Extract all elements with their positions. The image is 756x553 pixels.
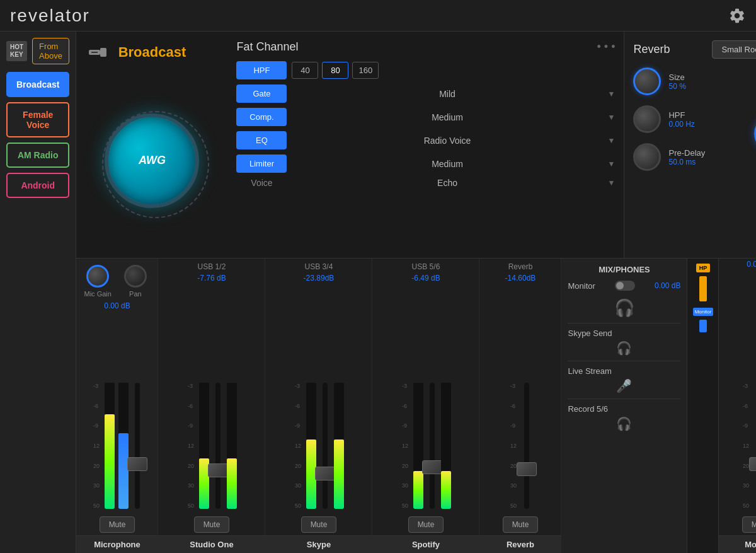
reverb-predelay-value: 50.0 ms bbox=[668, 158, 705, 166]
mic-level-meter bbox=[105, 383, 115, 509]
reverb-section: Reverb Small Room Medium Room Large Room… bbox=[624, 32, 756, 258]
pan-control: Pan bbox=[124, 265, 147, 298]
monitor-toggle[interactable] bbox=[615, 281, 635, 291]
more-options-button[interactable]: • • • bbox=[597, 40, 616, 54]
fat-channel-title: Fat Channel bbox=[236, 40, 298, 54]
usb56-db: -6.49 dB bbox=[372, 272, 479, 284]
live-stream-row: Live Stream 🎤 bbox=[568, 366, 680, 393]
usb56-meter-l bbox=[413, 383, 423, 509]
mix-phones-title: MIX/PHONES bbox=[568, 265, 680, 274]
reverb-size-info: Size 50 % bbox=[668, 73, 685, 91]
reverb-preset-dropdown[interactable]: Small Room Medium Room Large Room bbox=[712, 40, 756, 59]
voice-chevron[interactable]: ▼ bbox=[608, 178, 616, 187]
usb12-fader-thumb[interactable] bbox=[208, 463, 228, 477]
gate-chevron[interactable]: ▼ bbox=[608, 90, 616, 98]
mic-fader-thumb[interactable] bbox=[127, 457, 147, 471]
usb34-label: USB 3/4 bbox=[265, 259, 372, 272]
monitor-channel: 0.00 dB -3 -6 -9 12 20 30 50 bbox=[719, 259, 756, 553]
monitor-mute-button[interactable]: Mute bbox=[742, 516, 756, 533]
usb56-fill-r bbox=[441, 471, 451, 509]
microphone-channel-name: Microphone bbox=[76, 535, 158, 553]
usb56-channel: USB 5/6 -6.49 dB -3 -6 -9 12 20 30 50 bbox=[372, 259, 479, 553]
limiter-chevron[interactable]: ▼ bbox=[608, 160, 616, 168]
usb12-label: USB 1/2 bbox=[158, 259, 265, 272]
mic-gain-label: Mic Gain bbox=[84, 290, 111, 298]
usb34-fill-r bbox=[334, 439, 344, 509]
eq-chevron[interactable]: ▼ bbox=[608, 136, 616, 145]
reverb-hpf-value: 0.00 Hz bbox=[668, 120, 694, 129]
divider-3 bbox=[568, 399, 680, 399]
hotkey-badge: HOTKEY bbox=[6, 41, 27, 61]
reverb-tick-marks: -3 -6 -9 12 20 30 50 bbox=[509, 383, 518, 509]
reverb-hpf-col: HPF 0.00 Hz Pre-Delay 50.0 ms bbox=[633, 105, 744, 181]
voice-label: Voice bbox=[236, 178, 287, 188]
monitor-fader-thumb[interactable] bbox=[749, 457, 756, 471]
app-title: revelator bbox=[10, 6, 728, 26]
mic-gain-knob[interactable] bbox=[86, 265, 109, 288]
mixer-section: Mic Gain Pan 0.00 dB -3 -6 -9 12 20 bbox=[76, 259, 756, 553]
usb34-fader-track bbox=[323, 383, 328, 509]
usb56-fader-track bbox=[430, 383, 435, 509]
usb34-channel: USB 3/4 -23.89dB -3 -6 -9 12 20 30 50 bbox=[265, 259, 372, 553]
svg-rect-1 bbox=[100, 48, 106, 57]
reverb-hpf-info: HPF 0.00 Hz bbox=[668, 110, 694, 129]
usb34-fader-thumb[interactable] bbox=[315, 467, 335, 480]
reverb-fader-thumb[interactable] bbox=[517, 462, 537, 476]
usb34-tick-marks: -3 -6 -9 12 20 30 50 bbox=[294, 383, 302, 509]
preset-broadcast-button[interactable]: Broadcast bbox=[6, 72, 69, 97]
reverb-predelay-knob[interactable] bbox=[633, 143, 661, 171]
reverb-mute-button[interactable]: Mute bbox=[503, 516, 539, 533]
usb12-mute-button[interactable]: Mute bbox=[194, 516, 230, 533]
reverb-hpf-knob[interactable] bbox=[633, 105, 661, 133]
skype-send-icon: 🎧 bbox=[616, 341, 632, 355]
usb56-tick-marks: -3 -6 -9 12 20 30 50 bbox=[401, 383, 410, 509]
reverb-size-knob[interactable] bbox=[633, 67, 661, 95]
hotkey-value[interactable]: From Above bbox=[32, 38, 69, 64]
monitor-row: Monitor 0.00 dB bbox=[568, 281, 680, 291]
preset-android-button[interactable]: Android bbox=[6, 173, 69, 198]
reverb-fader-area: -3 -6 -9 12 20 30 50 bbox=[479, 284, 561, 514]
preset-female-voice-button[interactable]: Female Voice bbox=[6, 102, 69, 137]
fat-channel-header: Fat Channel • • • bbox=[236, 40, 615, 54]
gate-button[interactable]: Gate bbox=[236, 84, 287, 103]
mic-tick-marks: -3 -6 -9 12 20 30 50 bbox=[92, 383, 101, 509]
usb34-fader-area: -3 -6 -9 12 20 30 50 bbox=[265, 284, 372, 514]
mic-fader-area: -3 -6 -9 12 20 30 50 bbox=[76, 311, 158, 514]
reverb-channel: Reverb -14.60dB -3 -6 -9 12 20 30 50 bbox=[479, 259, 561, 553]
usb12-fader-track bbox=[215, 383, 220, 509]
top-bar: revelator bbox=[0, 0, 756, 32]
reverb-ch-label: Reverb bbox=[479, 259, 561, 272]
comp-chevron[interactable]: ▼ bbox=[608, 113, 616, 122]
monitor-channel-name: Monitor bbox=[719, 535, 756, 553]
reverb-title: Reverb bbox=[633, 43, 670, 56]
reverb-hpf-amount-row: HPF 0.00 Hz Pre-Delay 50.0 ms bbox=[633, 105, 756, 181]
eq-row: EQ Radio Voice ▼ bbox=[236, 131, 615, 149]
usb34-mute-button[interactable]: Mute bbox=[301, 516, 337, 533]
pan-knob[interactable] bbox=[124, 265, 147, 288]
mic-level-fill-blue bbox=[118, 433, 129, 509]
hp-bar bbox=[699, 276, 707, 301]
monitor-headphone-icon: 🎧 bbox=[614, 298, 634, 317]
record56-label: Record 5/6 bbox=[568, 404, 680, 414]
eq-button[interactable]: EQ bbox=[236, 131, 287, 149]
hpf-val-40[interactable]: 40 bbox=[292, 62, 318, 79]
mic-mute-button[interactable]: Mute bbox=[100, 516, 135, 533]
preset-am-radio-button[interactable]: AM Radio bbox=[6, 143, 69, 168]
hpf-val-80[interactable]: 80 bbox=[322, 62, 348, 79]
gate-value: Mild bbox=[292, 89, 602, 99]
hpf-button[interactable]: HPF bbox=[236, 61, 287, 79]
reverb-size-param: Size 50 % bbox=[633, 67, 756, 95]
microphone-channel: Mic Gain Pan 0.00 dB -3 -6 -9 12 20 bbox=[76, 259, 158, 553]
mic-level-meter-blue bbox=[118, 383, 129, 509]
usb56-fader-thumb[interactable] bbox=[422, 460, 442, 474]
left-sidebar: HOTKEY From Above Broadcast Female Voice… bbox=[0, 32, 76, 553]
usb56-mute-button[interactable]: Mute bbox=[408, 516, 444, 533]
monitor-tick-marks: -3 -6 -9 12 20 30 50 bbox=[742, 383, 750, 509]
hpf-val-160[interactable]: 160 bbox=[352, 62, 379, 79]
comp-button[interactable]: Comp. bbox=[236, 108, 287, 126]
limiter-button[interactable]: Limiter bbox=[236, 154, 287, 173]
main-knob[interactable]: AWG bbox=[105, 114, 199, 208]
reverb-ch-db: -14.60dB bbox=[479, 272, 561, 284]
monitor-db-label: 0.00 dB bbox=[655, 281, 680, 290]
gear-icon[interactable] bbox=[728, 7, 746, 25]
